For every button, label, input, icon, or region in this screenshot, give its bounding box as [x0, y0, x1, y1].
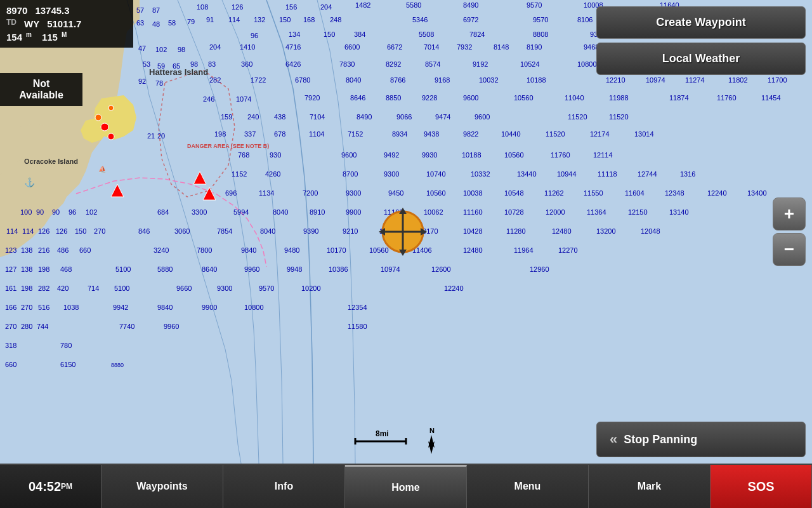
svg-text:8766: 8766: [390, 76, 405, 84]
svg-text:468: 468: [60, 265, 72, 273]
distance-unit: M: [62, 30, 67, 44]
svg-text:270: 270: [21, 304, 32, 311]
svg-text:8640: 8640: [202, 265, 217, 273]
svg-text:96: 96: [69, 208, 76, 216]
svg-text:6972: 6972: [463, 16, 478, 23]
svg-text:10032: 10032: [479, 76, 499, 84]
svg-text:204: 204: [209, 43, 221, 51]
svg-text:318: 318: [5, 342, 16, 349]
svg-text:10974: 10974: [381, 265, 400, 273]
svg-text:108: 108: [197, 3, 208, 11]
svg-point-252: [101, 123, 108, 131]
svg-text:9930: 9930: [422, 151, 437, 159]
map-container[interactable]: 57 87 108 126 156 204 1482 5580 8490 957…: [0, 0, 812, 464]
svg-text:9474: 9474: [435, 113, 450, 121]
svg-text:1316: 1316: [680, 170, 695, 178]
svg-text:8040: 8040: [346, 76, 361, 84]
svg-text:11580: 11580: [348, 323, 367, 330]
svg-text:10548: 10548: [504, 189, 524, 197]
waypoints-nav-button[interactable]: Waypoints: [102, 465, 223, 508]
zoom-controls: + −: [773, 197, 806, 266]
navigation-info-panel: 8970 13745.3 TD WY 51011.7 154m 115M: [0, 0, 133, 48]
coord-value-3: 51011.7: [47, 17, 81, 30]
svg-text:846: 846: [138, 227, 150, 235]
svg-text:8490: 8490: [463, 1, 478, 9]
mark-nav-button[interactable]: Mark: [589, 465, 710, 508]
svg-text:11520: 11520: [546, 130, 565, 138]
zoom-out-button[interactable]: −: [773, 233, 806, 266]
svg-text:282: 282: [209, 76, 221, 84]
svg-text:216: 216: [38, 246, 49, 254]
svg-text:6150: 6150: [60, 361, 75, 368]
svg-text:150: 150: [75, 227, 86, 235]
svg-text:12114: 12114: [593, 151, 613, 159]
svg-text:47: 47: [138, 44, 146, 52]
svg-text:768: 768: [238, 151, 249, 159]
svg-text:9168: 9168: [435, 76, 450, 84]
svg-text:1038: 1038: [63, 304, 79, 311]
svg-text:156: 156: [285, 3, 297, 11]
svg-text:12174: 12174: [590, 130, 610, 138]
svg-text:9840: 9840: [241, 246, 256, 254]
svg-text:280: 280: [21, 323, 32, 330]
svg-text:198: 198: [214, 130, 226, 138]
svg-text:10800: 10800: [577, 60, 597, 68]
svg-text:9900: 9900: [346, 208, 361, 216]
svg-text:744: 744: [37, 323, 48, 330]
svg-text:384: 384: [354, 30, 365, 38]
svg-text:10560: 10560: [514, 94, 534, 102]
svg-text:7920: 7920: [304, 94, 320, 102]
svg-text:6600: 6600: [344, 43, 360, 51]
svg-text:138: 138: [21, 265, 32, 273]
svg-text:4716: 4716: [285, 43, 301, 51]
stop-panning-button[interactable]: « Stop Panning: [596, 422, 806, 457]
svg-text:8808: 8808: [533, 30, 548, 38]
svg-text:63: 63: [136, 19, 144, 27]
svg-text:12210: 12210: [606, 76, 625, 84]
sos-button[interactable]: SOS: [710, 465, 812, 508]
svg-text:58: 58: [168, 19, 176, 27]
home-nav-button[interactable]: Home: [345, 465, 467, 508]
svg-text:198: 198: [21, 284, 32, 292]
svg-text:Ocracoke Island: Ocracoke Island: [24, 157, 78, 165]
svg-point-254: [95, 114, 102, 121]
svg-text:9210: 9210: [343, 227, 358, 235]
svg-text:780: 780: [60, 342, 72, 349]
svg-text:9570: 9570: [533, 16, 548, 23]
svg-text:10038: 10038: [463, 189, 483, 197]
svg-text:102: 102: [86, 208, 97, 216]
create-waypoint-button[interactable]: Create Waypoint: [596, 6, 806, 39]
svg-text:5100: 5100: [114, 284, 129, 292]
svg-text:270: 270: [94, 227, 105, 235]
svg-text:126: 126: [56, 227, 67, 235]
svg-text:10188: 10188: [462, 151, 481, 159]
svg-text:8574: 8574: [425, 60, 440, 68]
svg-text:12240: 12240: [707, 189, 727, 197]
svg-text:8934: 8934: [392, 130, 407, 138]
svg-text:7800: 7800: [197, 246, 212, 254]
svg-text:9948: 9948: [287, 265, 302, 273]
svg-text:8910: 8910: [310, 208, 325, 216]
svg-text:7014: 7014: [424, 43, 439, 51]
svg-text:11700: 11700: [768, 76, 787, 84]
svg-text:1134: 1134: [259, 189, 274, 197]
clock-time: 04:52: [29, 479, 61, 494]
svg-text:11364: 11364: [587, 208, 606, 216]
svg-text:13440: 13440: [517, 170, 537, 178]
info-nav-button[interactable]: Info: [223, 465, 345, 508]
svg-text:12048: 12048: [641, 227, 660, 235]
zoom-in-button[interactable]: +: [773, 197, 806, 231]
menu-nav-button[interactable]: Menu: [467, 465, 589, 508]
svg-text:3240: 3240: [154, 246, 169, 254]
local-weather-button[interactable]: Local Weather: [596, 43, 806, 75]
svg-text:5580: 5580: [406, 1, 421, 9]
svg-text:⛵: ⛵: [98, 165, 107, 173]
svg-text:9300: 9300: [217, 284, 232, 292]
svg-text:10974: 10974: [646, 76, 665, 84]
svg-text:930: 930: [270, 151, 281, 159]
svg-text:12270: 12270: [558, 246, 578, 254]
svg-text:1152: 1152: [232, 170, 247, 178]
svg-text:240: 240: [247, 113, 259, 121]
svg-text:684: 684: [157, 208, 169, 216]
svg-text:9228: 9228: [422, 94, 437, 102]
